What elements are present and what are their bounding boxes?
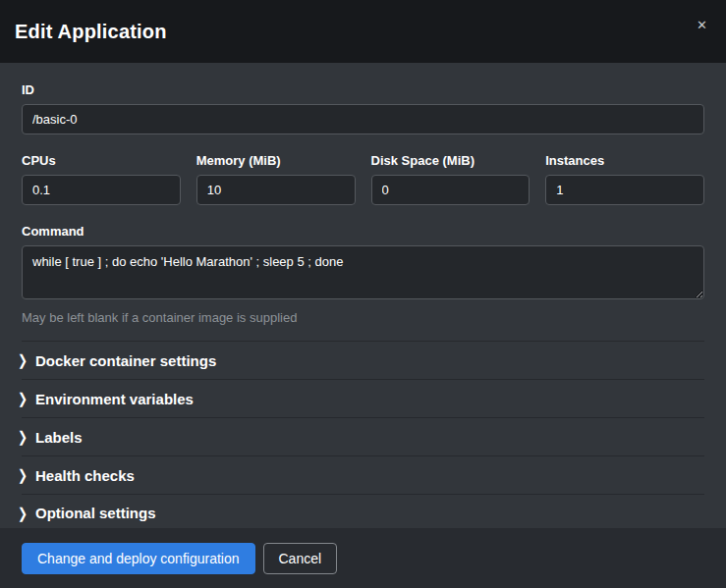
section-docker-container-settings[interactable]: ❯ Docker container settings (22, 341, 704, 379)
accordion-sections: ❯ Docker container settings ❯ Environmen… (22, 341, 704, 528)
disk-space-label: Disk Space (MiB) (371, 153, 531, 168)
section-label: Labels (35, 429, 83, 446)
memory-label: Memory (MiB) (196, 153, 356, 168)
modal-header: Edit Application ✕ (0, 0, 726, 63)
chevron-right-icon: ❯ (18, 390, 35, 407)
chevron-right-icon: ❯ (18, 466, 35, 484)
id-label: ID (22, 82, 704, 97)
chevron-right-icon: ❯ (18, 505, 35, 522)
modal-title: Edit Application (15, 21, 167, 43)
id-input[interactable] (22, 104, 704, 134)
command-textarea[interactable]: while [ true ] ; do echo 'Hello Marathon… (22, 245, 704, 299)
cpus-field-group: CPUs (22, 153, 181, 205)
disk-space-input[interactable] (371, 175, 531, 205)
instances-field-group: Instances (545, 153, 704, 205)
section-health-checks[interactable]: ❯ Health checks (22, 455, 704, 494)
section-label: Optional settings (35, 505, 156, 521)
change-and-deploy-button[interactable]: Change and deploy configuration (22, 543, 255, 574)
section-label: Docker container settings (35, 352, 216, 369)
cpus-label: CPUs (22, 153, 181, 168)
instances-input[interactable] (545, 175, 704, 205)
section-optional-settings[interactable]: ❯ Optional settings (22, 494, 704, 528)
close-icon[interactable]: ✕ (693, 15, 711, 35)
chevron-right-icon: ❯ (18, 351, 35, 369)
edit-application-modal: Edit Application ✕ ID CPUs Memory (MiB) … (0, 0, 726, 588)
cpus-input[interactable] (22, 175, 181, 205)
resources-row: CPUs Memory (MiB) Disk Space (MiB) Insta… (22, 153, 704, 205)
command-label: Command (22, 224, 704, 239)
disk-field-group: Disk Space (MiB) (371, 153, 531, 205)
section-labels[interactable]: ❯ Labels (22, 417, 704, 455)
memory-input[interactable] (196, 175, 356, 205)
id-field-group: ID (22, 82, 704, 134)
modal-body: ID CPUs Memory (MiB) Disk Space (MiB) In… (0, 63, 726, 528)
cancel-button[interactable]: Cancel (263, 543, 338, 574)
command-help-text: May be left blank if a container image i… (22, 310, 704, 325)
instances-label: Instances (545, 153, 704, 168)
section-label: Health checks (35, 467, 135, 484)
modal-footer: Change and deploy configuration Cancel (0, 528, 726, 588)
command-field-group: Command while [ true ] ; do echo 'Hello … (22, 224, 704, 325)
chevron-right-icon: ❯ (18, 428, 35, 446)
section-environment-variables[interactable]: ❯ Environment variables (22, 379, 704, 417)
section-label: Environment variables (35, 391, 194, 407)
memory-field-group: Memory (MiB) (196, 153, 356, 205)
